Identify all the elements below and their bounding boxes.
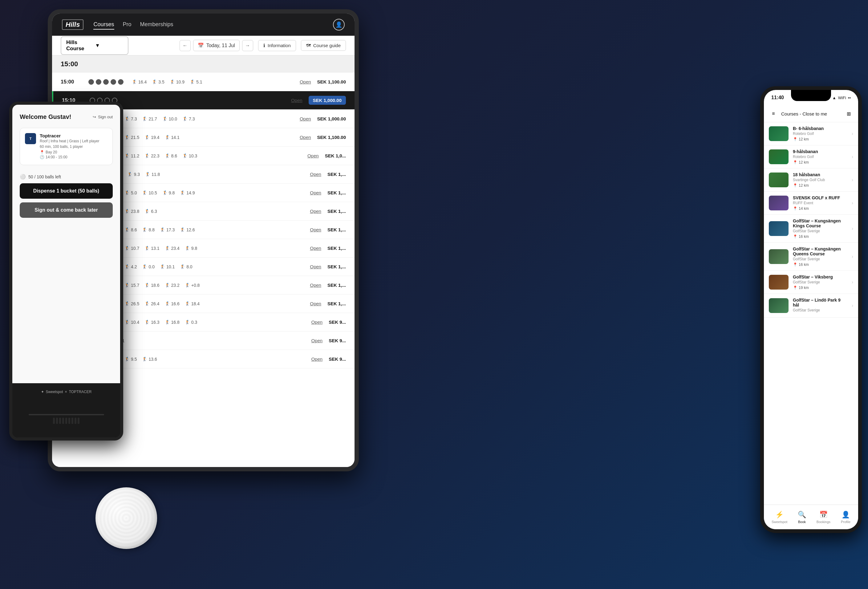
- filter-icon[interactable]: ≡: [769, 109, 778, 118]
- user-icon[interactable]: 👤: [333, 19, 345, 31]
- kiosk-signout-button[interactable]: ↪ Sign out: [93, 115, 113, 119]
- phone-nav-profile[interactable]: 👤 Profile: [841, 511, 850, 524]
- prev-date-btn[interactable]: ←: [180, 40, 190, 51]
- tee-open-link[interactable]: Open: [310, 245, 321, 251]
- course-name: GolfStar – Kungsängen Queens Course: [793, 247, 847, 256]
- tee-open-link[interactable]: Open: [311, 338, 322, 343]
- course-info: GolfStar – Lindö Park 9 hål GolfStar Sve…: [793, 298, 847, 314]
- chevron-right-icon: ›: [852, 154, 853, 159]
- kiosk-hardware-bottom: [12, 400, 120, 437]
- stat-item: 🏌8.6: [125, 227, 137, 232]
- nav-memberships[interactable]: Memberships: [140, 20, 173, 30]
- nav-courses[interactable]: Courses: [93, 20, 114, 30]
- tee-price: SEK 1,...: [328, 282, 346, 288]
- tee-open-link[interactable]: Open: [300, 116, 311, 121]
- tee-time-label: 15:00: [61, 79, 85, 85]
- chevron-right-icon: ›: [852, 200, 853, 206]
- course-thumbnail: [769, 298, 788, 313]
- tee-price: SEK 1,000.00: [309, 96, 346, 105]
- tee-stats: 🏌21.5🏌19.4🏌14.1: [125, 135, 300, 140]
- course-thumbnail: [769, 126, 788, 141]
- golfer-icon: 🏌: [142, 357, 147, 361]
- tee-open-link[interactable]: Open: [310, 171, 321, 177]
- phone-course-item[interactable]: SVENSK GOLF x RUFF RUFF Event 📍14 km ›: [764, 192, 858, 215]
- info-button[interactable]: ℹ Information: [258, 40, 296, 51]
- tee-open-link[interactable]: Open: [310, 301, 321, 306]
- course-thumbnail: [769, 196, 788, 210]
- phone-course-item[interactable]: GolfStar – Lindö Park 9 hål GolfStar Sve…: [764, 294, 858, 317]
- next-date-btn[interactable]: →: [242, 40, 253, 51]
- chevron-right-icon: ›: [852, 177, 853, 183]
- kiosk-bay-detail: 📍 Bay 20: [40, 150, 108, 154]
- tee-open-link[interactable]: Open: [310, 282, 321, 288]
- course-select[interactable]: Hills Course ▾: [61, 36, 128, 55]
- tee-open-link[interactable]: Open: [310, 227, 321, 232]
- course-info: 9-hålsbanan Rotebro Golf 📍12 km: [793, 149, 847, 164]
- kiosk-signout-later-button[interactable]: Sign out & come back later: [20, 202, 113, 218]
- course-guide-button[interactable]: 🗺 Course guide: [301, 40, 346, 51]
- golfer-icon: 🏌: [180, 264, 185, 269]
- tee-open-link[interactable]: Open: [300, 79, 311, 84]
- tee-open-link[interactable]: Open: [291, 97, 303, 103]
- course-club: GolfStar Sverige: [793, 308, 847, 312]
- phone-course-item[interactable]: B- 6-hålsbanan Rotebro Golf 📍12 km ›: [764, 122, 858, 145]
- stat-item: 🏌9.3: [127, 172, 140, 177]
- phone-course-item[interactable]: 9-hålsbanan Rotebro Golf 📍12 km ›: [764, 145, 858, 168]
- tee-row[interactable]: 15:00 🏌16.4🏌3.5🏌10.9🏌5.1 Open SEK 1,100.…: [52, 73, 354, 91]
- golfer-icon: 🏌: [162, 190, 168, 195]
- golfer-icon: 🏌: [125, 320, 130, 325]
- slot-circle: [103, 79, 109, 85]
- phone-course-item[interactable]: GolfStar – Kungsängen Kings Course GolfS…: [764, 215, 858, 243]
- kiosk-screen: Welcome Gustav! ↪ Sign out T Toptracer R…: [12, 105, 120, 383]
- phone-nav-bookings[interactable]: 📅 Bookings: [816, 511, 830, 524]
- tee-open-link[interactable]: Open: [310, 190, 321, 195]
- tee-price: SEK 9...: [329, 338, 346, 343]
- phone-nav-book[interactable]: 🔍 Book: [798, 511, 806, 524]
- golfer-icon: 🏌: [142, 264, 147, 269]
- golfer-icon: 🏌: [125, 190, 130, 195]
- kiosk-time-detail: 🕐 14:00 - 15:00: [40, 155, 108, 159]
- phone-sub-header: ≡ Courses - Close to me ⊞: [764, 105, 858, 122]
- phone-time: 11:40: [771, 95, 784, 100]
- kiosk-header: Welcome Gustav! ↪ Sign out: [20, 114, 113, 120]
- stat-item: 🏌5.1: [190, 80, 202, 84]
- tee-open-link[interactable]: Open: [310, 208, 321, 214]
- stat-item: 🏌7.3: [125, 117, 137, 121]
- nav-label: Profile: [841, 520, 850, 524]
- tee-open-link[interactable]: Open: [300, 134, 311, 140]
- tee-stats: 🏌10.4🏌16.3🏌16.8🏌0.3: [125, 320, 311, 325]
- phone-course-item[interactable]: 18 hålsbanan Svartinge Golf Club 📍12 km …: [764, 168, 858, 192]
- kiosk-dispense-button[interactable]: Dispense 1 bucket (50 balls): [20, 183, 113, 199]
- sweetspot-brand: ✦: [41, 390, 44, 394]
- course-distance: 📍12 km: [793, 183, 847, 187]
- slot-circle: [96, 79, 101, 85]
- tee-open-link[interactable]: Open: [311, 319, 322, 325]
- slot-circle: [111, 79, 116, 85]
- tee-open-link[interactable]: Open: [307, 153, 319, 158]
- slot-circle: [118, 79, 124, 85]
- balls-icon: ⚪: [20, 174, 26, 180]
- course-distance: 📍16 km: [793, 235, 847, 239]
- stat-item: 🏌3.5: [152, 80, 164, 84]
- dropdown-icon: ▾: [96, 42, 123, 49]
- tablet-nav: Courses Pro Memberships: [93, 20, 323, 30]
- time-section-header: 15:00: [52, 55, 354, 73]
- stat-item: 🏌13.6: [142, 357, 157, 362]
- phone-course-item[interactable]: GolfStar – Viksberg GolfStar Sverige 📍19…: [764, 271, 858, 294]
- tee-price: SEK 9...: [329, 319, 346, 325]
- phone-nav-sweetspot[interactable]: ⚡ Sweetspot: [772, 511, 787, 524]
- tee-open-link[interactable]: Open: [311, 356, 322, 362]
- tee-price: SEK 1,...: [328, 208, 346, 214]
- grid-icon[interactable]: ⊞: [844, 109, 853, 118]
- course-name: SVENSK GOLF x RUFF: [793, 195, 847, 200]
- golfer-icon: 🏌: [165, 135, 170, 140]
- phone-course-item[interactable]: GolfStar – Kungsängen Queens Course Golf…: [764, 243, 858, 271]
- course-club: Svartinge Golf Club: [793, 178, 847, 182]
- nav-pro[interactable]: Pro: [123, 20, 131, 30]
- course-club: Rotebro Golf: [793, 155, 847, 159]
- guide-icon: 🗺: [306, 43, 311, 48]
- kiosk-card-slot: [29, 414, 104, 415]
- stat-item: 🏌26.5: [125, 301, 139, 306]
- tee-open-link[interactable]: Open: [310, 264, 321, 269]
- course-thumbnail: [769, 275, 788, 289]
